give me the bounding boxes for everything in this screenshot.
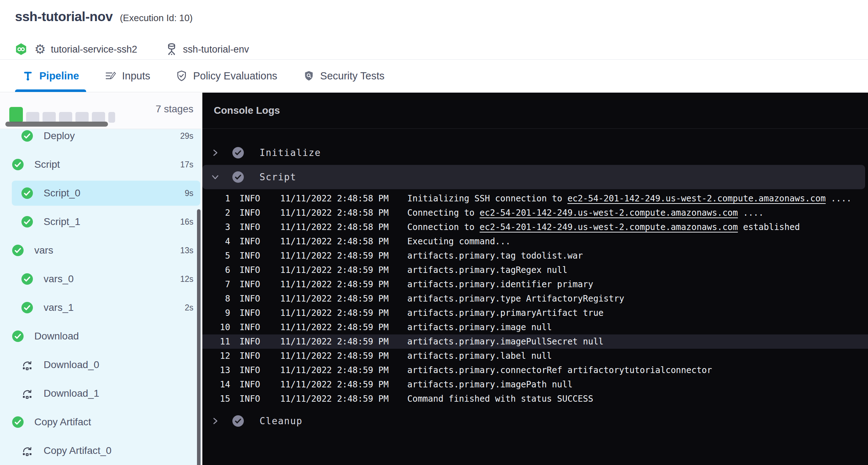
chevron-right-icon[interactable] [211, 149, 219, 157]
log-message: artifacts.primary.image null [407, 322, 552, 332]
service-name[interactable]: tutorial-service-ssh2 [51, 44, 137, 55]
log-line-5[interactable]: 5INFO11/11/2022 2:48:59 PMartifacts.prim… [202, 249, 868, 263]
stage-label: Download_0 [44, 359, 99, 371]
stage-row-vars-1[interactable]: vars_12s [0, 293, 201, 322]
log-line-number: 7 [202, 279, 230, 289]
minimap-stage-square[interactable] [9, 107, 23, 123]
stage-row-vars[interactable]: vars13s [0, 236, 201, 265]
minimap-horizontal-scrollbar[interactable] [5, 122, 108, 127]
log-message-text: artifacts.primary.tagRegex null [407, 265, 567, 275]
log-section-script[interactable]: Script [202, 165, 865, 189]
execution-id-label: (Execution Id: 10) [120, 13, 193, 24]
minimap-stage-square[interactable] [59, 112, 72, 123]
log-message-text: Command finished with status SUCCESS [407, 394, 593, 404]
tab-pipeline[interactable]: Pipeline [20, 60, 81, 92]
stage-row-download[interactable]: Download [0, 322, 201, 351]
log-line-10[interactable]: 10INFO11/11/2022 2:48:59 PMartifacts.pri… [202, 320, 868, 334]
log-host-link[interactable]: ec2-54-201-142-249.us-west-2.compute.ama… [480, 222, 738, 232]
log-line-15[interactable]: 15INFO11/11/2022 2:48:59 PMCommand finis… [202, 392, 868, 406]
log-message-text: artifacts.primary.label null [407, 351, 552, 361]
log-message-text: artifacts.primary.primaryArtifact true [407, 308, 603, 318]
log-message-text: artifacts.primary.tag todolist.war [407, 251, 583, 261]
stage-row-download-0[interactable]: Download_0 [0, 351, 201, 379]
log-message: artifacts.primary.connectorRef artifacto… [407, 365, 712, 375]
pipeline-icon [22, 70, 34, 82]
console-panel: Console Logs InitializeScript1INFO11/11/… [202, 93, 868, 465]
tab-policy-evaluations[interactable]: Policy Evaluations [174, 60, 279, 92]
tab-security-tests[interactable]: Security Tests [301, 60, 387, 92]
log-level: INFO [240, 208, 260, 218]
log-level: INFO [240, 251, 260, 261]
stage-row-deploy[interactable]: Deploy29s [0, 129, 201, 150]
minimap-stage-square[interactable] [43, 112, 56, 123]
log-line-1[interactable]: 1INFO11/11/2022 2:48:58 PMInitializing S… [202, 191, 868, 206]
minimap-stage-square[interactable] [108, 112, 115, 123]
log-message: Executing command... [407, 236, 511, 246]
log-line-3[interactable]: 3INFO11/11/2022 2:48:58 PMConnection to … [202, 220, 868, 234]
section-success-icon [232, 415, 244, 427]
stage-row-script-1[interactable]: Script_116s [0, 207, 201, 236]
tab-label: Pipeline [39, 70, 79, 82]
stage-row-script[interactable]: Script17s [0, 150, 201, 179]
stage-duration: 12s [180, 274, 193, 284]
log-line-4[interactable]: 4INFO11/11/2022 2:48:58 PMExecuting comm… [202, 234, 868, 249]
log-timestamp: 11/11/2022 2:48:59 PM [280, 394, 389, 404]
log-line-14[interactable]: 14INFO11/11/2022 2:48:59 PMartifacts.pri… [202, 377, 868, 392]
log-host-link[interactable]: ec2-54-201-142-249.us-west-2.compute.ama… [567, 194, 825, 204]
log-line-number: 14 [202, 380, 230, 390]
log-message-text: artifacts.primary.connectorRef artifacto… [407, 365, 712, 375]
log-section-cleanup[interactable]: Cleanup [202, 409, 868, 433]
stage-row-vars-0[interactable]: vars_012s [0, 265, 201, 293]
log-line-number: 3 [202, 222, 230, 232]
log-host-link[interactable]: ec2-54-201-142-249.us-west-2.compute.ama… [480, 208, 738, 218]
log-line-13[interactable]: 13INFO11/11/2022 2:48:59 PMartifacts.pri… [202, 363, 868, 377]
chevron-down-icon[interactable] [211, 173, 219, 181]
log-line-6[interactable]: 6INFO11/11/2022 2:48:59 PMartifacts.prim… [202, 263, 868, 277]
log-line-8[interactable]: 8INFO11/11/2022 2:48:59 PMartifacts.prim… [202, 292, 868, 306]
success-check-icon [21, 187, 33, 199]
stage-row-script-0[interactable]: Script_09s [0, 179, 201, 207]
log-line-7[interactable]: 7INFO11/11/2022 2:48:59 PMartifacts.prim… [202, 277, 868, 292]
log-line-2[interactable]: 2INFO11/11/2022 2:48:58 PMConnecting to … [202, 206, 868, 220]
execution-tabbar: PipelineInputsPolicy EvaluationsSecurity… [0, 60, 868, 92]
log-line-11[interactable]: 11INFO11/11/2022 2:48:59 PMartifacts.pri… [202, 334, 868, 349]
log-level: INFO [240, 265, 260, 275]
section-label: Cleanup [260, 416, 302, 426]
stage-minimap[interactable] [9, 107, 115, 123]
log-timestamp: 11/11/2022 2:48:59 PM [280, 351, 389, 361]
stages-summary: 7 stages [0, 93, 201, 129]
log-level: INFO [240, 279, 260, 289]
retry-icon [21, 445, 33, 456]
log-line-number: 12 [202, 351, 230, 361]
log-section-initialize[interactable]: Initialize [202, 141, 868, 165]
stage-row-copy-artifact-0[interactable]: Copy Artifact_0 [0, 436, 201, 465]
stage-row-copy-artifact[interactable]: Copy Artifact [0, 408, 201, 436]
log-line-9[interactable]: 9INFO11/11/2022 2:48:59 PMartifacts.prim… [202, 306, 868, 320]
log-message-text: Connecting to [407, 208, 479, 218]
chevron-right-icon[interactable] [211, 417, 219, 425]
log-line-number: 4 [202, 236, 230, 246]
stage-label: vars_0 [44, 273, 74, 285]
stage-duration: 13s [180, 246, 193, 255]
stage-row-download-1[interactable]: Download_1 [0, 379, 201, 408]
minimap-stage-square[interactable] [26, 112, 39, 123]
log-timestamp: 11/11/2022 2:48:58 PM [280, 236, 389, 246]
log-timestamp: 11/11/2022 2:48:59 PM [280, 380, 389, 390]
sidebar-vertical-scrollbar[interactable] [197, 209, 201, 465]
environment-name[interactable]: ssh-tutorial-env [183, 44, 249, 55]
log-line-number: 13 [202, 365, 230, 375]
log-timestamp: 11/11/2022 2:48:59 PM [280, 308, 389, 318]
success-check-icon [21, 130, 33, 142]
minimap-stage-square[interactable] [92, 112, 105, 123]
inputs-icon [105, 70, 116, 82]
minimap-stage-square[interactable] [75, 112, 89, 123]
console-header: Console Logs [202, 93, 868, 129]
log-level: INFO [240, 236, 260, 246]
log-message: Connecting to ec2-54-201-142-249.us-west… [407, 208, 764, 218]
log-timestamp: 11/11/2022 2:48:59 PM [280, 294, 389, 304]
tab-label: Policy Evaluations [193, 70, 277, 82]
tab-inputs[interactable]: Inputs [103, 60, 152, 92]
log-line-12[interactable]: 12INFO11/11/2022 2:48:59 PMartifacts.pri… [202, 349, 868, 363]
pipeline-execution-page: ssh-tutorial-nov (Execution Id: 10) ⚙ tu… [0, 0, 868, 465]
log-line-number: 5 [202, 251, 230, 261]
